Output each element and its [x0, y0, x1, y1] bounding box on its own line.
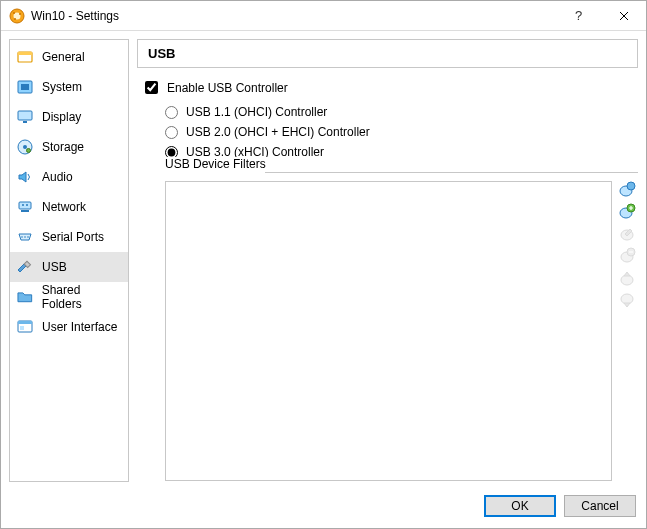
usb-2-0-radio[interactable]: USB 2.0 (OHCI + EHCI) Controller: [165, 125, 638, 139]
sidebar-item-label: Audio: [42, 170, 73, 184]
audio-icon: [16, 168, 34, 186]
svg-point-16: [22, 204, 24, 206]
window-title: Win10 - Settings: [31, 9, 556, 23]
close-button[interactable]: [601, 1, 646, 31]
app-icon: [9, 8, 25, 24]
sidebar-item-storage[interactable]: Storage: [10, 132, 128, 162]
usb-device-filters-label: USB Device Filters: [165, 157, 268, 171]
ok-button[interactable]: OK: [484, 495, 556, 517]
usb-icon: [16, 258, 34, 276]
system-icon: [16, 78, 34, 96]
cancel-button[interactable]: Cancel: [564, 495, 636, 517]
usb-form: Enable USB Controller USB 1.1 (OHCI) Con…: [137, 78, 638, 482]
content-area: General System Display Storage: [1, 31, 646, 490]
usb-2-0-radio-label: USB 2.0 (OHCI + EHCI) Controller: [186, 125, 370, 139]
sidebar-item-usb[interactable]: USB: [10, 252, 128, 282]
edit-filter-icon: [618, 225, 636, 243]
svg-point-2: [13, 12, 15, 14]
serial-ports-icon: [16, 228, 34, 246]
svg-point-4: [14, 18, 16, 20]
enable-usb-controller-checkbox[interactable]: Enable USB Controller: [141, 78, 638, 97]
enable-usb-controller-label: Enable USB Controller: [167, 81, 288, 95]
svg-rect-9: [18, 111, 32, 120]
add-empty-filter-icon[interactable]: [618, 181, 636, 199]
usb-2-0-radio-input[interactable]: [165, 126, 178, 139]
sidebar-item-label: System: [42, 80, 82, 94]
svg-point-18: [21, 236, 23, 238]
move-filter-down-icon: [618, 291, 636, 309]
svg-rect-24: [20, 326, 24, 330]
usb-filter-actions: [616, 181, 638, 481]
sidebar-item-label: USB: [42, 260, 67, 274]
main-panel: USB Enable USB Controller USB 1.1 (OHCI)…: [137, 39, 638, 482]
user-interface-icon: [16, 318, 34, 336]
svg-point-19: [24, 236, 26, 238]
dialog-footer: OK Cancel: [1, 490, 646, 528]
section-header: USB: [137, 39, 638, 68]
usb-controller-radio-group: USB 1.1 (OHCI) Controller USB 2.0 (OHCI …: [165, 105, 638, 159]
network-icon: [16, 198, 34, 216]
settings-window: Win10 - Settings ? General System: [0, 0, 647, 529]
sidebar-item-label: Serial Ports: [42, 230, 104, 244]
svg-point-17: [26, 204, 28, 206]
sidebar-item-display[interactable]: Display: [10, 102, 128, 132]
svg-point-3: [19, 13, 21, 15]
titlebar: Win10 - Settings ?: [1, 1, 646, 31]
sidebar-item-label: Storage: [42, 140, 84, 154]
add-filter-from-device-icon[interactable]: [618, 203, 636, 221]
usb-device-filters-list[interactable]: [165, 181, 612, 481]
usb-1-1-radio-input[interactable]: [165, 106, 178, 119]
sidebar-item-label: General: [42, 50, 85, 64]
usb-1-1-radio[interactable]: USB 1.1 (OHCI) Controller: [165, 105, 638, 119]
enable-usb-controller-input[interactable]: [145, 81, 158, 94]
sidebar-item-system[interactable]: System: [10, 72, 128, 102]
svg-rect-14: [19, 202, 31, 209]
svg-point-26: [627, 182, 635, 190]
svg-rect-23: [18, 321, 32, 324]
svg-point-12: [23, 145, 27, 149]
sidebar-item-label: Network: [42, 200, 86, 214]
sidebar-item-user-interface[interactable]: User Interface: [10, 312, 128, 342]
usb-device-filters-fieldset: USB Device Filters: [165, 165, 638, 481]
sidebar-item-label: Shared Folders: [42, 283, 122, 311]
storage-icon: [16, 138, 34, 156]
sidebar-item-label: User Interface: [42, 320, 117, 334]
move-filter-up-icon: [618, 269, 636, 287]
sidebar-item-shared-folders[interactable]: Shared Folders: [10, 282, 128, 312]
svg-rect-8: [21, 84, 29, 90]
svg-rect-15: [21, 210, 29, 212]
sidebar-item-serial-ports[interactable]: Serial Ports: [10, 222, 128, 252]
general-icon: [16, 48, 34, 66]
shared-folders-icon: [16, 288, 34, 306]
sidebar-item-network[interactable]: Network: [10, 192, 128, 222]
sidebar-item-label: Display: [42, 110, 81, 124]
svg-point-20: [27, 236, 29, 238]
svg-point-13: [27, 149, 31, 153]
help-button[interactable]: ?: [556, 1, 601, 31]
remove-filter-icon: [618, 247, 636, 265]
settings-sidebar: General System Display Storage: [9, 39, 129, 482]
sidebar-item-general[interactable]: General: [10, 42, 128, 72]
usb-1-1-radio-label: USB 1.1 (OHCI) Controller: [186, 105, 327, 119]
sidebar-item-audio[interactable]: Audio: [10, 162, 128, 192]
svg-rect-10: [23, 121, 27, 123]
display-icon: [16, 108, 34, 126]
svg-rect-6: [18, 52, 32, 55]
